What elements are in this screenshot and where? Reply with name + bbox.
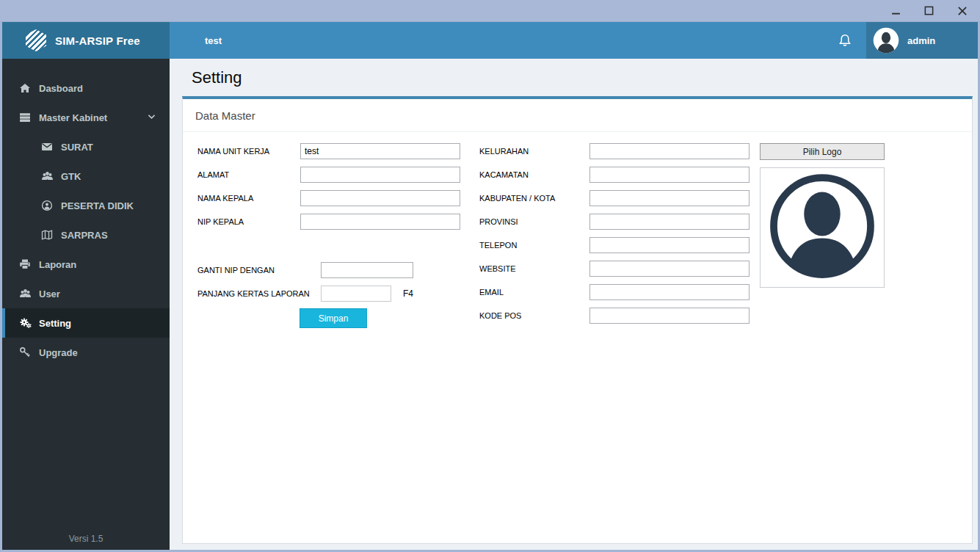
sidebar-item-surat[interactable]: SURAT (2, 132, 170, 161)
provinsi-label: PROVINSI (479, 214, 518, 230)
topbar-title: test (205, 35, 222, 46)
sidebar-item-sarpras[interactable]: SARPRAS (2, 220, 170, 250)
website-label: WEBSITE (479, 261, 516, 277)
website-input[interactable] (589, 261, 749, 277)
sidebar-item-label: Master Kabinet (39, 112, 107, 123)
panjang-kertas-input[interactable] (321, 286, 391, 302)
user-name: admin (907, 35, 935, 46)
sidebar: Dasboard Master Kabinet (2, 59, 170, 550)
app-header: SIM-ARSIP Free test (2, 22, 978, 59)
email-label: EMAIL (479, 284, 504, 300)
bell-icon[interactable] (835, 31, 854, 50)
pilih-logo-button[interactable]: Pilih Logo (760, 143, 885, 160)
brand-name: SIM-ARSIP Free (55, 34, 140, 47)
sidebar-item-setting[interactable]: Setting (2, 308, 170, 338)
kelurahan-label: KELURAHAN (479, 143, 529, 159)
panjang-kertas-label: PANJANG KERTAS LAPORAN (197, 286, 310, 302)
sidebar-item-upgrade[interactable]: Upgrade (2, 338, 170, 367)
sidebar-item-label: Laporan (39, 259, 76, 270)
map-icon (40, 229, 54, 241)
sidebar-item-label: PESERTA DIDIK (61, 200, 134, 211)
telepon-input[interactable] (589, 237, 749, 253)
person-avatar-icon (767, 171, 877, 284)
sidebar-item-label: SURAT (61, 142, 93, 153)
sidebar-item-label: SARPRAS (61, 230, 108, 241)
envelope-icon (40, 141, 54, 153)
topbar: test (170, 22, 978, 59)
alamat-input[interactable] (300, 167, 460, 183)
alamat-label: ALAMAT (197, 167, 229, 183)
user-menu[interactable]: admin (866, 22, 978, 59)
sidebar-item-gtk[interactable]: GTK (2, 161, 170, 191)
kabupaten-kota-label: KABUPATEN / KOTA (479, 190, 555, 206)
sidebar-item-label: Dasboard (39, 83, 83, 94)
nama-kepala-input[interactable] (300, 190, 460, 206)
minimize-icon[interactable] (890, 4, 902, 17)
sidebar-item-label: GTK (61, 171, 81, 182)
nip-kepala-label: NIP KEPALA (197, 214, 244, 230)
sidebar-item-dasboard[interactable]: Dasboard (2, 73, 170, 103)
cabinet-icon (18, 112, 32, 123)
kacamatan-input[interactable] (589, 167, 749, 183)
paper-size-note: F4 (403, 286, 413, 302)
home-icon (18, 82, 32, 94)
printer-icon (18, 258, 32, 270)
sidebar-item-label: Upgrade (39, 347, 78, 358)
ganti-nip-label: GANTI NIP DENGAN (197, 262, 275, 278)
body: Dasboard Master Kabinet (2, 59, 978, 550)
panel-body: NAMA UNIT KERJA ALAMAT NAMA KEPALA NIP K… (183, 132, 972, 540)
sidebar-item-master-kabinet[interactable]: Master Kabinet (2, 103, 170, 132)
logo-preview-frame[interactable] (760, 167, 885, 288)
kode-pos-input[interactable] (589, 308, 749, 324)
key-icon (18, 346, 32, 358)
maximize-icon[interactable] (923, 4, 935, 17)
chevron-down-icon (147, 112, 156, 123)
brand: SIM-ARSIP Free (2, 22, 170, 59)
kabupaten-kota-input[interactable] (589, 190, 749, 206)
simpan-button[interactable]: Simpan (300, 308, 367, 328)
data-master-panel: Data Master NAMA UNIT KERJA ALAMAT NAMA … (182, 96, 973, 544)
main-content: Setting Data Master NAMA UNIT KERJA ALAM… (170, 59, 978, 550)
kacamatan-label: KACAMATAN (479, 167, 529, 183)
titlebar (0, 0, 980, 22)
page-title: Setting (192, 68, 978, 87)
user-circle-icon (40, 200, 54, 211)
app-window: SIM-ARSIP Free test (0, 0, 980, 552)
hexagon-stripes-logo-icon (26, 29, 46, 51)
gears-icon (18, 317, 32, 329)
nama-unit-kerja-label: NAMA UNIT KERJA (197, 143, 269, 159)
person-avatar-icon (873, 27, 899, 54)
email-input[interactable] (589, 284, 749, 300)
provinsi-input[interactable] (589, 214, 749, 230)
sidebar-item-peserta-didik[interactable]: PESERTA DIDIK (2, 191, 170, 220)
kode-pos-label: KODE POS (479, 308, 521, 324)
users-icon (40, 170, 54, 182)
sidebar-item-laporan[interactable]: Laporan (2, 250, 170, 279)
nip-kepala-input[interactable] (300, 214, 460, 230)
sidebar-item-label: User (39, 288, 60, 299)
ganti-nip-input[interactable] (321, 262, 413, 278)
sidebar-item-user[interactable]: User (2, 279, 170, 308)
kelurahan-input[interactable] (589, 143, 749, 159)
nama-unit-kerja-input[interactable] (300, 143, 460, 159)
panel-title: Data Master (183, 99, 972, 132)
nama-kepala-label: NAMA KEPALA (197, 190, 253, 206)
telepon-label: TELEPON (479, 237, 517, 253)
sidebar-item-label: Setting (39, 318, 71, 329)
app-version: Versi 1.5 (2, 534, 170, 544)
close-icon[interactable] (956, 4, 968, 17)
users-icon (18, 288, 32, 299)
